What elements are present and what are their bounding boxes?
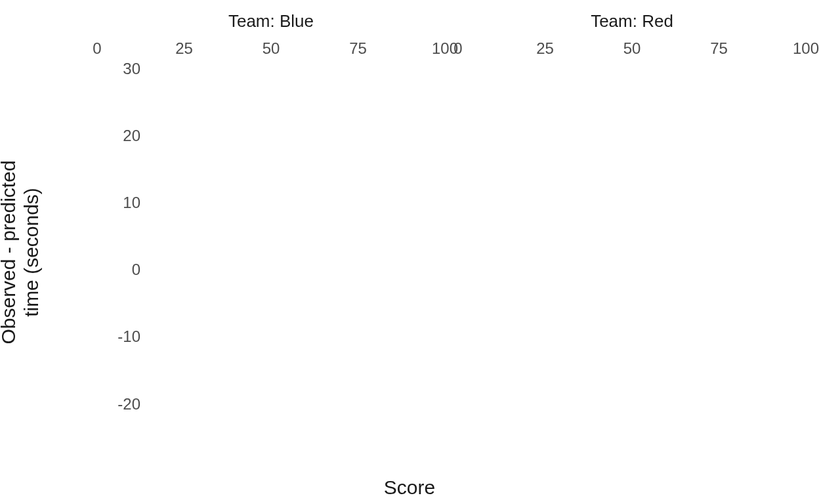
y-tick-label: 10 <box>123 194 140 212</box>
x-axis-ticks: 0255075100 <box>458 35 806 63</box>
facet-title-red: Team: Red <box>458 7 806 35</box>
x-tick-label: 50 <box>262 39 280 58</box>
y-tick-label: 20 <box>123 127 140 145</box>
x-tick-label: 50 <box>623 39 641 58</box>
y-axis-label-line2: time (seconds) <box>20 188 41 317</box>
x-tick-label: 75 <box>349 39 367 58</box>
y-axis-label-line1: Observed - predicted <box>0 160 19 344</box>
panel-red: Team: Red 0255075100 <box>458 7 806 445</box>
x-tick-label: 100 <box>793 39 819 58</box>
figure: Observed - predicted time (seconds) Scor… <box>0 0 819 504</box>
panel-blue: -20-100102030 Team: Blue 0255075100 <box>97 7 445 445</box>
x-tick-label: 0 <box>93 39 101 58</box>
x-tick-label: 75 <box>710 39 728 58</box>
facet-title-blue: Team: Blue <box>97 7 445 35</box>
y-tick-label: -20 <box>117 395 140 413</box>
y-tick-label: -10 <box>117 327 140 346</box>
y-tick-label: 0 <box>132 261 140 279</box>
y-axis-ticks: -20-100102030 <box>97 42 140 417</box>
x-axis-ticks: 0255075100 <box>97 35 445 63</box>
x-tick-label: 0 <box>453 39 462 58</box>
y-axis-label: Observed - predicted time (seconds) <box>0 0 39 504</box>
x-axis-label: Score <box>0 471 819 504</box>
x-tick-label: 25 <box>536 39 554 58</box>
panels: -20-100102030 Team: Blue 0255075100 Team… <box>97 7 806 445</box>
x-tick-label: 25 <box>175 39 193 58</box>
